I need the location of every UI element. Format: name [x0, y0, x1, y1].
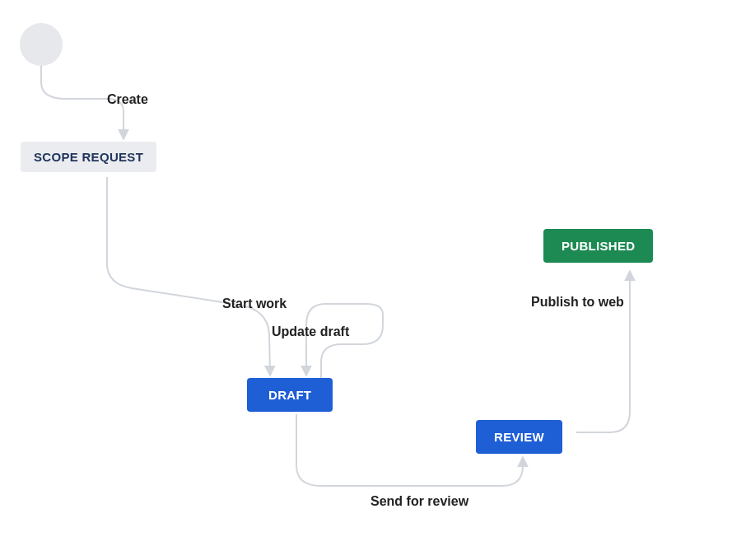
node-label: SCOPE REQUEST [34, 150, 143, 164]
edge-label-publish-to-web: Publish to web [531, 295, 624, 310]
start-node [20, 23, 63, 66]
node-scope-request: SCOPE REQUEST [21, 142, 156, 172]
edge-label-send-for-review: Send for review [370, 494, 468, 509]
node-label: REVIEW [494, 430, 544, 444]
edge-label-start-work: Start work [222, 296, 287, 311]
edge-label-update-draft: Update draft [272, 324, 349, 339]
edge-start-work [107, 177, 270, 375]
node-draft: DRAFT [247, 378, 333, 412]
node-review: REVIEW [476, 420, 562, 454]
connector-layer [0, 0, 741, 560]
edge-update-draft [306, 304, 383, 379]
workflow-diagram: SCOPE REQUEST DRAFT REVIEW PUBLISHED Cre… [0, 0, 741, 560]
node-published: PUBLISHED [543, 229, 653, 263]
node-label: DRAFT [268, 388, 311, 402]
node-label: PUBLISHED [562, 239, 635, 253]
edge-label-create: Create [107, 92, 148, 107]
